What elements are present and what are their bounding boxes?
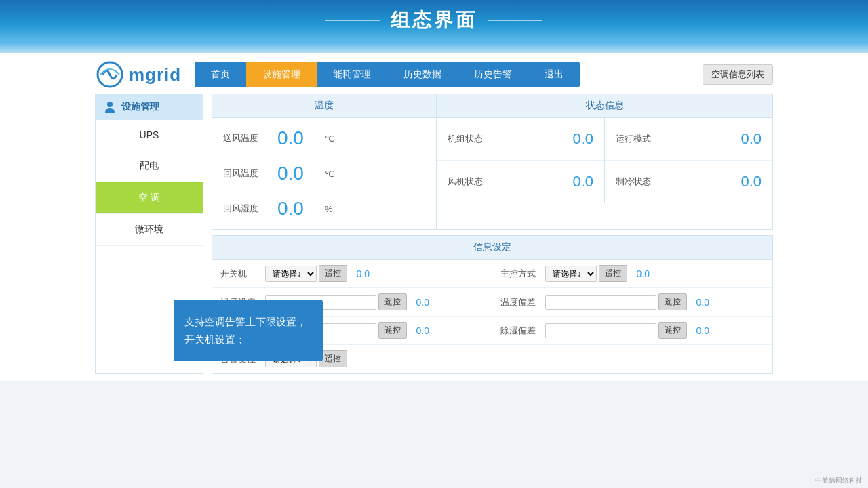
temperature-title: 温度 [212, 94, 436, 118]
temperature-rows: 送风温度 0.0 ℃ 回风温度 0.0 ℃ 回风湿度 0.0 % [212, 118, 436, 229]
nav-item-energy[interactable]: 能耗管理 [317, 62, 387, 87]
nav-item-alerts[interactable]: 历史告警 [458, 62, 528, 87]
settings-input-temp-diff[interactable] [545, 295, 656, 310]
info-text: 支持空调告警上下限设置，开关机设置； [184, 316, 307, 345]
settings-row-empty [492, 345, 772, 373]
status-value-unit: 0.0 [572, 130, 593, 148]
settings-remote-master[interactable]: 遥控 [599, 265, 627, 282]
settings-label-dehum-diff: 除湿偏差 [500, 325, 541, 337]
settings-val-switch: 0.0 [349, 268, 370, 279]
settings-val-temp-set: 0.0 [409, 297, 429, 308]
temp-row-return: 回风温度 0.0 ℃ [212, 156, 436, 191]
ac-list-btn-wrapper: 空调信息列表 [703, 64, 773, 85]
sidebar-item-ac[interactable]: 空 调 [96, 182, 203, 214]
temp-value-supply: 0.0 [277, 127, 318, 149]
data-grid: 温度 送风温度 0.0 ℃ 回风温度 0.0 ℃ 回 [212, 94, 773, 230]
settings-title: 信息设定 [212, 236, 772, 260]
temp-label-humidity: 回风湿度 [223, 203, 271, 215]
sidebar-item-power[interactable]: 配电 [96, 150, 203, 182]
nav-item-history[interactable]: 历史数据 [387, 62, 458, 87]
svg-point-1 [107, 102, 113, 107]
settings-remote-temp-set[interactable]: 遥控 [378, 293, 407, 310]
settings-remote-dehum-diff[interactable]: 遥控 [658, 322, 687, 339]
navbar: mgrid 首页 设施管理 能耗管理 历史数据 历史告警 退出 空调信息列表 [95, 53, 773, 94]
person-icon [104, 101, 116, 113]
sub-header-band [0, 41, 868, 53]
logo-icon [95, 60, 125, 89]
status-value-fan: 0.0 [572, 173, 593, 190]
info-box: 支持空调告警上下限设置，开关机设置； [174, 300, 323, 361]
status-section: 状态信息 机组状态 0.0 风机状态 0.0 [437, 94, 772, 229]
status-left-col: 机组状态 0.0 风机状态 0.0 [437, 118, 605, 203]
footer: 中航信网络科技 [810, 473, 868, 488]
temp-value-return: 0.0 [277, 163, 318, 184]
status-label-mode: 运行模式 [616, 133, 651, 145]
status-value-cool: 0.0 [741, 173, 762, 190]
ac-list-button[interactable]: 空调信息列表 [703, 64, 773, 85]
temp-unit-supply: ℃ [325, 134, 335, 144]
status-label-fan: 风机状态 [448, 176, 483, 188]
temperature-section: 温度 送风温度 0.0 ℃ 回风温度 0.0 ℃ 回 [212, 94, 437, 229]
status-label-unit: 机组状态 [448, 133, 483, 145]
status-right-col: 运行模式 0.0 制冷状态 0.0 [605, 118, 772, 203]
content-area: mgrid 首页 设施管理 能耗管理 历史数据 历史告警 退出 空调信息列表 [0, 53, 868, 381]
settings-val-dehum-diff: 0.0 [689, 325, 709, 336]
settings-remote-temp-diff[interactable]: 遥控 [658, 293, 687, 310]
settings-val-hum-set: 0.0 [409, 325, 429, 336]
top-header: 组态界面 [0, 0, 868, 41]
settings-val-temp-diff: 0.0 [689, 297, 709, 308]
nav-item-home[interactable]: 首页 [195, 62, 246, 87]
sidebar-header: 设施管理 [96, 94, 203, 120]
sidebar-item-micro[interactable]: 微环境 [96, 214, 203, 246]
settings-label-master: 主控方式 [500, 268, 541, 280]
status-row-fan: 风机状态 0.0 [437, 161, 604, 203]
temp-label-return: 回风温度 [223, 167, 271, 180]
temp-row-supply: 送风温度 0.0 ℃ [212, 121, 436, 156]
settings-remote-hum-set[interactable]: 遥控 [378, 322, 407, 339]
status-row-cool: 制冷状态 0.0 [605, 161, 772, 203]
status-value-mode: 0.0 [741, 130, 762, 148]
temp-unit-humidity: % [325, 204, 333, 214]
settings-select-switch[interactable]: 请选择↓ [265, 266, 317, 282]
logo-area: mgrid [95, 60, 181, 89]
settings-row-dehum-diff: 除湿偏差 遥控 0.0 [492, 317, 772, 345]
settings-remote-alarm-reset[interactable]: 遥控 [319, 350, 347, 367]
status-row-unit: 机组状态 0.0 [437, 118, 604, 161]
status-grid: 机组状态 0.0 风机状态 0.0 运行模式 0.0 [437, 118, 772, 203]
temp-label-supply: 送风温度 [223, 132, 271, 144]
sidebar-item-ups[interactable]: UPS [96, 120, 203, 150]
settings-select-master[interactable]: 请选择↓ [545, 266, 597, 282]
sidebar-title: 设施管理 [121, 101, 159, 113]
logo-text: mgrid [129, 64, 181, 85]
settings-row-temp-diff: 温度偏差 遥控 0.0 [492, 288, 772, 317]
status-label-cool: 制冷状态 [616, 176, 651, 188]
settings-row-master: 主控方式 请选择↓ 遥控 0.0 [492, 260, 772, 288]
status-row-mode: 运行模式 0.0 [605, 118, 772, 161]
settings-input-dehum-diff[interactable] [545, 323, 656, 338]
settings-remote-switch[interactable]: 遥控 [319, 265, 347, 282]
temp-value-humidity: 0.0 [277, 198, 318, 220]
settings-label-switch: 开关机 [220, 268, 261, 280]
settings-val-master: 0.0 [629, 268, 650, 279]
nav-item-facility[interactable]: 设施管理 [246, 62, 317, 87]
page-title: 组态界面 [391, 7, 477, 33]
nav-item-logout[interactable]: 退出 [528, 62, 580, 87]
nav-menu: 首页 设施管理 能耗管理 历史数据 历史告警 退出 [195, 62, 580, 87]
temp-row-humidity: 回风湿度 0.0 % [212, 191, 436, 226]
settings-label-temp-diff: 温度偏差 [500, 296, 541, 308]
temp-unit-return: ℃ [325, 169, 335, 179]
status-title: 状态信息 [437, 94, 772, 118]
settings-row-switch: 开关机 请选择↓ 遥控 0.0 [212, 260, 492, 288]
